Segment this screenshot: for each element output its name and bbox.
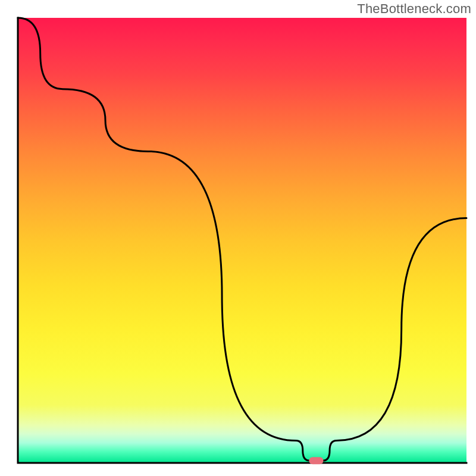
bottleneck-chart: TheBottleneck.com (0, 0, 476, 476)
plot-background (18, 18, 466, 463)
optimal-marker (309, 457, 323, 464)
chart-svg (0, 0, 476, 476)
watermark-label: TheBottleneck.com (357, 1, 471, 17)
